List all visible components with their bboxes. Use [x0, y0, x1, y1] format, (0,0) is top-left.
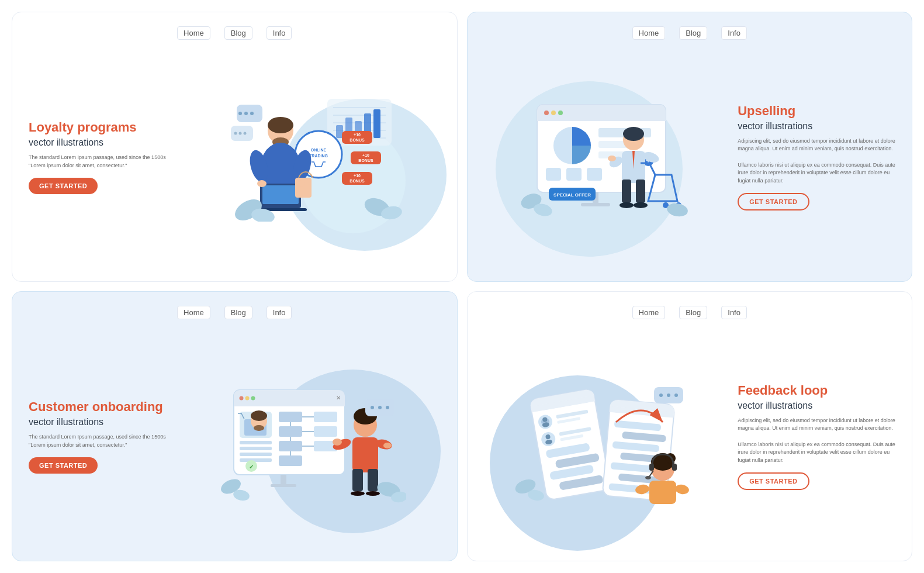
svg-text:✓: ✓	[249, 464, 254, 470]
svg-rect-112	[281, 475, 286, 485]
svg-rect-105	[314, 412, 337, 422]
loyalty-svg: ONLINE TRADING +10 BONUS +10 BONUS +10 B…	[219, 93, 406, 222]
svg-point-32	[268, 117, 293, 133]
svg-point-88	[245, 396, 250, 400]
card-text-upselling: Upselling vector illustrations Adipiscin…	[731, 103, 895, 211]
illustration-onboarding: ✕	[185, 370, 441, 504]
svg-text:ONLINE: ONLINE	[311, 148, 327, 152]
subtitle-onboarding: vector illustrations	[29, 417, 178, 427]
svg-point-169	[674, 393, 678, 397]
svg-point-3	[250, 112, 254, 115]
svg-rect-97	[279, 412, 302, 422]
card-text-onboarding: Customer onboarding vector illustrations…	[29, 399, 185, 474]
svg-rect-61	[546, 168, 561, 181]
svg-rect-96	[240, 458, 272, 462]
desc-upselling-2: Ullamco laboris nisi ut aliquip ex ea co…	[738, 161, 895, 185]
svg-text:+10: +10	[362, 153, 369, 157]
svg-point-67	[623, 127, 644, 141]
nav-home-1[interactable]: Home	[177, 26, 210, 40]
feedback-svg	[514, 370, 701, 504]
svg-rect-62	[566, 168, 582, 181]
svg-rect-173	[649, 464, 654, 471]
card-onboarding: Home Blog Info Customer onboarding vecto…	[12, 291, 458, 561]
illustration-upselling: 🛒 +	[484, 93, 731, 222]
title-loyalty: Loyalty programs	[29, 120, 178, 135]
svg-rect-18	[373, 109, 380, 138]
svg-text:+10: +10	[354, 174, 361, 178]
title-feedback: Feedback loop	[738, 383, 895, 398]
svg-point-50	[544, 111, 549, 115]
nav-upselling: Home Blog Info	[484, 26, 896, 40]
svg-text:BONUS: BONUS	[349, 179, 365, 183]
nav-onboarding: Home Blog Info	[29, 306, 441, 319]
nav-home-3[interactable]: Home	[177, 306, 210, 319]
desc-loyalty: The standard Lorem Ipsum passage, used s…	[29, 154, 178, 170]
desc-onboarding: The standard Lorem Ipsum passage, used s…	[29, 433, 178, 449]
nav-blog-3[interactable]: Blog	[224, 306, 252, 319]
svg-point-167	[659, 393, 663, 397]
svg-rect-126	[368, 469, 378, 491]
cta-button-onboarding[interactable]: GET STARTED	[29, 457, 98, 474]
svg-point-132	[386, 406, 389, 409]
desc-upselling-1: Adipiscing elit, sed do eiusmod tempor i…	[738, 137, 895, 153]
svg-rect-95	[240, 453, 272, 456]
svg-rect-49	[537, 113, 666, 121]
illustration-loyalty: ONLINE TRADING +10 BONUS +10 BONUS +10 B…	[185, 93, 441, 222]
svg-point-52	[558, 111, 563, 115]
svg-rect-177	[649, 481, 676, 504]
nav-feedback: Home Blog Info	[484, 306, 896, 319]
svg-rect-65	[581, 203, 610, 206]
nav-info-4[interactable]: Info	[721, 306, 747, 319]
subtitle-upselling: vector illustrations	[738, 121, 895, 132]
svg-point-76	[634, 202, 648, 208]
title-upselling: Upselling	[738, 103, 895, 119]
nav-info-3[interactable]: Info	[267, 306, 292, 319]
nav-blog-2[interactable]: Blog	[679, 26, 707, 40]
nav-info-2[interactable]: Info	[721, 26, 747, 40]
cta-button-feedback[interactable]: GET STARTED	[738, 472, 809, 490]
svg-text:✕: ✕	[336, 395, 341, 401]
svg-text:SPECIAL OFFER: SPECIAL OFFER	[553, 192, 591, 198]
card-text-feedback: Feedback loop vector illustrations Adipi…	[731, 383, 895, 491]
svg-rect-113	[271, 484, 296, 487]
svg-point-75	[620, 202, 634, 208]
svg-point-5	[234, 132, 237, 134]
nav-blog-4[interactable]: Blog	[679, 306, 707, 319]
nav-home-2[interactable]: Home	[632, 26, 666, 40]
svg-rect-70	[622, 180, 631, 203]
card-loyalty-programs: Home Blog Info Loyalty programs vector i…	[12, 12, 458, 282]
cta-button-loyalty[interactable]: GET STARTED	[29, 178, 98, 194]
svg-point-123	[333, 439, 342, 446]
card-text-loyalty: Loyalty programs vector illustrations Th…	[29, 120, 185, 194]
svg-point-116	[254, 425, 264, 431]
nav-info-1[interactable]: Info	[267, 26, 292, 40]
svg-point-7	[244, 132, 247, 134]
svg-point-131	[378, 406, 382, 409]
svg-point-89	[251, 396, 255, 400]
svg-point-168	[667, 393, 670, 397]
svg-rect-107	[314, 426, 337, 437]
nav-blog-1[interactable]: Blog	[224, 26, 252, 40]
svg-point-42	[295, 180, 304, 187]
nav-loyalty: Home Blog Info	[29, 26, 441, 40]
upselling-svg: 🛒 +	[520, 93, 695, 222]
illustration-feedback	[484, 370, 731, 504]
svg-point-41	[257, 180, 267, 187]
svg-rect-98	[279, 426, 302, 437]
svg-point-176	[645, 476, 651, 479]
svg-rect-71	[636, 180, 645, 203]
svg-point-51	[551, 111, 556, 115]
svg-rect-38	[262, 185, 299, 204]
svg-text:TRADING: TRADING	[309, 154, 328, 158]
svg-point-87	[240, 396, 244, 400]
cta-button-upselling[interactable]: GET STARTED	[738, 193, 809, 210]
svg-text:+10: +10	[354, 133, 361, 137]
svg-rect-100	[279, 455, 302, 466]
title-onboarding: Customer onboarding	[29, 399, 178, 415]
card-feedback: Home Blog Info	[467, 291, 913, 561]
svg-text:BONUS: BONUS	[358, 158, 373, 163]
svg-text:BONUS: BONUS	[349, 138, 365, 142]
desc-feedback-2: Ullamco laboris nisi ut aliquip ex ea co…	[738, 441, 895, 465]
svg-point-179	[674, 484, 690, 495]
nav-home-4[interactable]: Home	[632, 306, 666, 319]
